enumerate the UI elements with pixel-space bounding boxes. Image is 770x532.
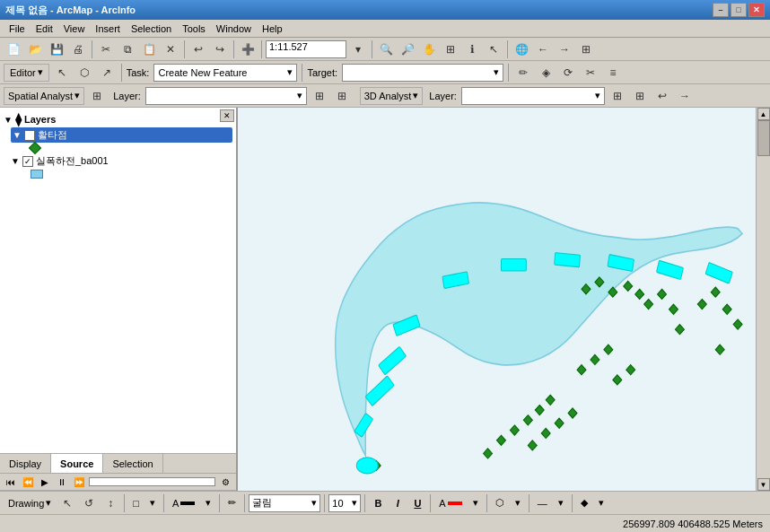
move-el-btn[interactable]: ↕: [101, 493, 120, 513]
menu-bar: File Edit View Insert Selection Tools Wi…: [0, 20, 770, 38]
full-extent-button[interactable]: ⊞: [441, 39, 460, 59]
tab-selection[interactable]: Selection: [103, 454, 162, 473]
more-button[interactable]: ⊞: [576, 39, 596, 59]
font-dropdown[interactable]: 굴림 ▾: [249, 494, 320, 512]
menu-edit[interactable]: Edit: [31, 22, 58, 36]
layer-item-2[interactable]: ▼ ✓ 실폭하전_ba001: [11, 153, 232, 169]
menu-tools[interactable]: Tools: [177, 22, 211, 36]
tab-source[interactable]: Source: [51, 454, 103, 473]
select-elements-btn[interactable]: ↖: [57, 493, 77, 513]
forward-button[interactable]: →: [555, 39, 574, 59]
fill-arrow[interactable]: ▾: [594, 494, 608, 512]
attr-btn[interactable]: ≡: [603, 63, 623, 83]
vertex-btn[interactable]: ◈: [536, 63, 556, 83]
analyst-3d-dropdown[interactable]: 3D Analyst ▾: [360, 87, 424, 105]
scroll-up-button[interactable]: ▲: [757, 108, 770, 120]
undo-button[interactable]: ↩: [188, 39, 208, 59]
save-button[interactable]: 💾: [47, 39, 66, 59]
edit-tool-button[interactable]: ⬡: [74, 63, 94, 83]
3d-btn4[interactable]: →: [675, 86, 695, 106]
highlight-arrow[interactable]: ▾: [511, 494, 525, 512]
layer1-expand[interactable]: ▼: [13, 130, 22, 140]
sa-btn2[interactable]: ⊞: [332, 86, 352, 106]
spatial-analyst-dropdown[interactable]: Spatial Analyst ▾: [4, 87, 84, 105]
scale-input[interactable]: 1:11.527: [266, 40, 346, 58]
cut-poly-btn[interactable]: ✂: [581, 63, 600, 83]
pan-button[interactable]: ✋: [419, 39, 439, 59]
fill-btn[interactable]: ◆: [576, 494, 592, 512]
rotate-el-btn[interactable]: ↺: [79, 493, 99, 513]
print-button[interactable]: 🖨: [68, 39, 88, 59]
layer-item-1[interactable]: ▼ ✓ 활타점: [11, 127, 232, 143]
layer1-checkbox[interactable]: ✓: [24, 130, 35, 141]
scroll-down-button[interactable]: ▼: [757, 478, 770, 491]
identify-button[interactable]: ℹ: [462, 39, 482, 59]
open-button[interactable]: 📂: [25, 39, 45, 59]
timeline-prev[interactable]: ⏪: [21, 475, 35, 489]
line-color-arrow[interactable]: ▾: [554, 494, 568, 512]
zoom-out-button[interactable]: 🔎: [398, 39, 417, 59]
target-dropdown[interactable]: ▾: [342, 64, 503, 82]
sa-extra-btn[interactable]: ⊞: [87, 86, 107, 106]
paste-button[interactable]: 📋: [139, 39, 159, 59]
new-button[interactable]: 📄: [4, 39, 23, 59]
minimize-button[interactable]: –: [713, 3, 729, 17]
timeline-first[interactable]: ⏮: [4, 475, 18, 489]
back-button[interactable]: ←: [533, 39, 553, 59]
menu-insert[interactable]: Insert: [90, 22, 126, 36]
size-dropdown[interactable]: 10 ▾: [328, 494, 361, 512]
italic-button[interactable]: I: [389, 494, 407, 512]
scroll-thumb[interactable]: [757, 120, 770, 156]
sketch-btn[interactable]: ✏: [513, 63, 533, 83]
tab-display[interactable]: Display: [0, 454, 51, 473]
globe-button[interactable]: 🌐: [512, 39, 531, 59]
maximize-button[interactable]: □: [731, 3, 747, 17]
menu-selection[interactable]: Selection: [126, 22, 177, 36]
select-button[interactable]: ↖: [484, 39, 503, 59]
cut-button[interactable]: ✂: [96, 39, 116, 59]
3d-btn3[interactable]: ↩: [652, 86, 672, 106]
menu-window[interactable]: Window: [211, 22, 257, 36]
bold-button[interactable]: B: [369, 494, 387, 512]
close-button[interactable]: ✕: [748, 3, 765, 17]
text-color-btn[interactable]: A: [168, 494, 199, 512]
layer2-expand[interactable]: ▼: [11, 156, 20, 166]
line-color-btn[interactable]: —: [533, 494, 552, 512]
layers-collapse-icon[interactable]: ▼: [4, 115, 13, 125]
sa-btn1[interactable]: ⊞: [310, 86, 329, 106]
highlight-btn[interactable]: ⬡: [491, 494, 509, 512]
rect-btn[interactable]: □: [128, 494, 144, 512]
layer2-checkbox[interactable]: ✓: [22, 156, 33, 167]
timeline-settings[interactable]: ⚙: [218, 475, 232, 489]
3d-btn1[interactable]: ⊞: [608, 86, 627, 106]
drawing-dropdown[interactable]: Drawing ▾: [4, 494, 56, 512]
scale-dropdown-arrow[interactable]: ▾: [348, 39, 368, 59]
delete-button[interactable]: ✕: [161, 39, 180, 59]
redo-button[interactable]: ↪: [210, 39, 230, 59]
timeline-pause[interactable]: ⏸: [55, 475, 69, 489]
underline-button[interactable]: U: [408, 494, 426, 512]
edit-arrow-button[interactable]: ↗: [97, 63, 117, 83]
task-dropdown[interactable]: Create New Feature ▾: [153, 64, 297, 82]
timeline-next[interactable]: ⏩: [72, 475, 86, 489]
font-color-arrow[interactable]: ▾: [468, 494, 483, 512]
zoom-in-button[interactable]: 🔍: [376, 39, 396, 59]
map-area[interactable]: ▲ ▼: [238, 108, 770, 491]
menu-file[interactable]: File: [4, 22, 31, 36]
menu-view[interactable]: View: [58, 22, 91, 36]
font-color-btn[interactable]: A: [434, 494, 466, 512]
timeline-play[interactable]: ▶: [38, 475, 52, 489]
editor-dropdown[interactable]: Editor ▾: [4, 64, 49, 82]
add-data-button[interactable]: ➕: [238, 39, 258, 59]
sa-layer-dropdown[interactable]: ▾: [145, 87, 307, 105]
3d-btn2[interactable]: ⊞: [630, 86, 650, 106]
toc-close-button[interactable]: ✕: [220, 109, 234, 122]
edit-pointer-button[interactable]: ↖: [52, 63, 72, 83]
copy-button[interactable]: ⧉: [118, 39, 137, 59]
rotate-btn[interactable]: ⟳: [558, 63, 578, 83]
rect-dropdown[interactable]: ▾: [145, 494, 160, 512]
layer3d-dropdown[interactable]: ▾: [461, 87, 605, 105]
menu-help[interactable]: Help: [257, 22, 288, 36]
draw-shape-btn[interactable]: ✏: [223, 494, 241, 512]
text-color-arrow[interactable]: ▾: [201, 494, 215, 512]
